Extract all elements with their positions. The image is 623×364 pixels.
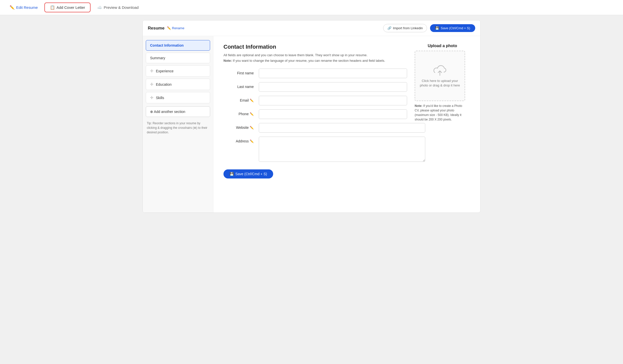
sidebar-summary-label: Summary [150, 56, 165, 60]
tab-preview-download[interactable]: ☁️ Preview & Download [92, 3, 144, 12]
sidebar-item-education[interactable]: ✛ Education [146, 79, 210, 90]
last-name-label: Last name [223, 82, 254, 89]
cover-letter-icon: 📋 [50, 5, 55, 10]
import-linkedin-button[interactable]: 🔗 Import from Linkedin [383, 24, 427, 32]
resume-title: Resume [148, 26, 164, 31]
header-save-button[interactable]: 💾 Save (Ctrl/Cmd + S) [430, 24, 475, 32]
sidebar-skills-label: Skills [156, 96, 164, 100]
bottom-save-area: 💾 Save (Ctrl/Cmd + S) [223, 169, 470, 178]
tab-add-cover-letter[interactable]: 📋 Add Cover Letter [44, 3, 91, 12]
main-content: Upload a photo Click here to upload your… [213, 36, 480, 213]
drag-experience-icon: ✛ [150, 69, 153, 73]
phone-edit-icon: ✏️ [250, 112, 254, 116]
tab-edit-resume[interactable]: ✏️ Edit Resume [4, 3, 43, 12]
main-container: Resume ✏️ Rename 🔗 Import from Linkedin … [135, 15, 488, 218]
rename-button[interactable]: ✏️ Rename [167, 26, 184, 30]
add-section-button[interactable]: ⊕ Add another section [146, 106, 210, 117]
sidebar-education-label: Education [156, 82, 172, 86]
top-nav: ✏️ Edit Resume 📋 Add Cover Letter ☁️ Pre… [0, 0, 623, 15]
linkedin-icon: 🔗 [387, 26, 391, 30]
phone-input[interactable] [259, 109, 407, 119]
website-row: Website ✏️ [223, 123, 470, 133]
bottom-save-icon: 💾 [230, 172, 234, 176]
resume-header-left: Resume ✏️ Rename [148, 26, 184, 31]
phone-row: Phone ✏️ [223, 109, 407, 119]
resume-header: Resume ✏️ Rename 🔗 Import from Linkedin … [143, 20, 480, 36]
phone-label: Phone ✏️ [223, 109, 254, 116]
resume-card: Resume ✏️ Rename 🔗 Import from Linkedin … [143, 20, 480, 213]
sidebar-item-summary[interactable]: Summary [146, 53, 210, 63]
sidebar-tip: Tip: Reorder sections in your resume by … [146, 119, 210, 137]
email-row: Email ✏️ [223, 96, 407, 105]
last-name-row: Last name [223, 82, 407, 92]
drag-skills-icon: ✛ [150, 95, 153, 100]
email-input[interactable] [259, 96, 407, 105]
first-name-label: First name [223, 69, 254, 75]
edit-icon: ✏️ [10, 5, 15, 10]
website-edit-icon: ✏️ [250, 126, 254, 130]
download-icon: ☁️ [97, 5, 102, 10]
photo-note: Note: If you'd like to create a Photo CV… [415, 104, 465, 122]
drag-education-icon: ✛ [150, 82, 153, 87]
sidebar-experience-label: Experience [156, 69, 174, 73]
bottom-save-button[interactable]: 💾 Save (Ctrl/Cmd + S) [223, 169, 273, 178]
email-edit-icon: ✏️ [250, 99, 254, 102]
resume-header-right: 🔗 Import from Linkedin 💾 Save (Ctrl/Cmd … [383, 24, 475, 32]
address-edit-icon: ✏️ [250, 139, 254, 143]
address-row: Address ✏️ [223, 137, 470, 162]
first-name-row: First name [223, 69, 407, 78]
address-input[interactable] [259, 137, 425, 162]
sidebar-item-experience[interactable]: ✛ Experience [146, 65, 210, 77]
photo-upload-box[interactable]: Click here to upload your photo or drag … [415, 51, 465, 101]
sidebar: Contact Information Summary ✛ Experience… [143, 36, 213, 213]
last-name-input[interactable] [259, 82, 407, 92]
save-icon: 💾 [435, 26, 439, 30]
resume-body: Contact Information Summary ✛ Experience… [143, 36, 480, 213]
sidebar-item-skills[interactable]: ✛ Skills [146, 92, 210, 103]
sidebar-item-contact-information[interactable]: Contact Information [146, 40, 210, 51]
upload-text: Click here to upload your photo or drag … [419, 79, 461, 88]
first-name-input[interactable] [259, 69, 407, 78]
photo-upload-title: Upload a photo [415, 44, 470, 48]
website-input[interactable] [259, 123, 425, 133]
photo-upload-section: Upload a photo Click here to upload your… [415, 44, 470, 122]
sidebar-contact-label: Contact Information [150, 43, 184, 47]
website-label: Website ✏️ [223, 123, 254, 130]
address-label: Address ✏️ [223, 137, 254, 143]
cloud-upload-icon [433, 64, 447, 76]
email-label: Email ✏️ [223, 96, 254, 102]
